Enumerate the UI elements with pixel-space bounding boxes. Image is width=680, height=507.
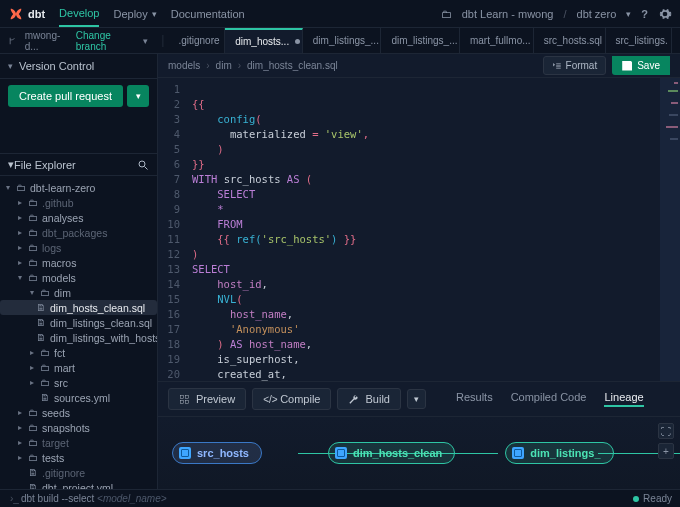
chevron-down-icon: ▾	[152, 9, 157, 19]
status-dot-icon	[633, 496, 639, 502]
tree-file[interactable]: 🗎dim_listings_clean.sql	[0, 315, 157, 330]
tree-folder[interactable]: ▸🗀macros	[0, 255, 157, 270]
change-branch-link[interactable]: Change branch	[76, 30, 135, 52]
pull-request-menu-button[interactable]: ▾	[127, 85, 149, 107]
grid-icon	[179, 394, 190, 405]
folder-icon: 🗀	[16, 182, 26, 193]
tab-results[interactable]: Results	[456, 391, 493, 407]
crumb[interactable]: dim_hosts_clean.sql	[247, 60, 338, 71]
sidebar: ▾ Version Control Create pull request ▾ …	[0, 54, 158, 489]
breadcrumb[interactable]: models› dim› dim_hosts_clean.sql	[168, 60, 338, 71]
git-branch-icon	[8, 36, 17, 46]
status-ready: Ready	[643, 493, 672, 504]
file-tab[interactable]: src_listings.	[606, 28, 672, 53]
help-icon[interactable]: ?	[641, 8, 648, 20]
tree-folder[interactable]: ▸🗀snapshots	[0, 420, 157, 435]
search-icon[interactable]	[137, 159, 149, 171]
tree-folder[interactable]: ▸🗀.github	[0, 195, 157, 210]
editor-column: models› dim› dim_hosts_clean.sql Format …	[158, 54, 680, 489]
nav-deploy[interactable]: Deploy▾	[113, 0, 156, 27]
svg-rect-5	[185, 400, 188, 403]
branch-tab-bar: mwong-d... Change branch ▾ │ .gitignore …	[0, 28, 680, 54]
svg-rect-2	[180, 395, 183, 398]
compile-button[interactable]: </>Compile	[252, 388, 331, 410]
minimap[interactable]	[660, 78, 680, 381]
tree-folder[interactable]: ▸🗀dbt_packages	[0, 225, 157, 240]
version-control-header[interactable]: ▾ Version Control	[0, 54, 157, 79]
build-menu-button[interactable]: ▾	[407, 389, 426, 409]
chevron-down-icon: ▾	[626, 9, 631, 19]
tab-compiled-code[interactable]: Compiled Code	[511, 391, 587, 407]
crumb[interactable]: models	[168, 60, 200, 71]
branch-selector[interactable]: mwong-d... Change branch ▾ │	[8, 30, 166, 52]
file-tab[interactable]: src_hosts.sql	[534, 28, 606, 53]
branch-name: mwong-d...	[25, 30, 68, 52]
nav-tabs: Develop Deploy▾ Documentation	[59, 0, 245, 27]
logo[interactable]: dbt	[8, 6, 45, 22]
code-editor[interactable]: 123456789101112131415161718192021222324 …	[158, 78, 680, 381]
tree-folder[interactable]: ▸🗀fct	[0, 345, 157, 360]
top-bar: dbt Develop Deploy▾ Documentation 🗀 dbt …	[0, 0, 680, 28]
file-explorer-header[interactable]: ▾ File Explorer	[0, 153, 157, 176]
build-button[interactable]: Build	[337, 388, 400, 410]
format-button[interactable]: Format	[543, 56, 607, 75]
bottom-tabs: Results Compiled Code Lineage	[456, 391, 644, 407]
preview-button[interactable]: Preview	[168, 388, 246, 410]
terminal-icon[interactable]: ›_	[10, 493, 19, 504]
command-input[interactable]: dbt build --select <model_name>	[21, 493, 167, 504]
line-gutter: 123456789101112131415161718192021222324	[158, 78, 186, 381]
tree-folder[interactable]: ▸🗀src	[0, 375, 157, 390]
tree-folder[interactable]: ▸🗀tests	[0, 450, 157, 465]
account-label[interactable]: dbt Learn - mwong	[462, 8, 554, 20]
tree-file[interactable]: 🗎dbt_project.yml	[0, 480, 157, 489]
tree-file-active[interactable]: 🗎dim_hosts_clean.sql⋯	[0, 300, 157, 315]
dirty-dot-icon	[295, 39, 300, 44]
project-label[interactable]: dbt zero	[577, 8, 617, 20]
tree-file[interactable]: 🗎sources.yml	[0, 390, 157, 405]
tree-file[interactable]: 🗎dim_listings_with_hosts...	[0, 330, 157, 345]
file-tree: ▾🗀dbt-learn-zero ▸🗀.github ▸🗀analyses ▸🗀…	[0, 176, 157, 489]
save-icon	[622, 61, 632, 71]
cube-icon	[179, 447, 191, 459]
zoom-in-button[interactable]: +	[658, 443, 674, 459]
svg-rect-4	[180, 400, 183, 403]
tree-folder[interactable]: ▸🗀logs	[0, 240, 157, 255]
format-icon	[552, 61, 562, 71]
nav-develop[interactable]: Develop	[59, 0, 99, 27]
tree-folder[interactable]: ▾🗀models	[0, 270, 157, 285]
chevron-down-icon: ▾	[136, 91, 141, 101]
svg-rect-3	[185, 395, 188, 398]
svg-line-1	[145, 166, 148, 169]
file-tab[interactable]: dim_listings_...	[381, 28, 460, 53]
lineage-controls: ⛶ +	[658, 423, 674, 459]
file-tab[interactable]: dim_hosts...	[225, 28, 303, 53]
dbt-logo-icon	[8, 6, 24, 22]
tree-folder[interactable]: ▸🗀seeds	[0, 405, 157, 420]
file-tab[interactable]: .gitignore	[168, 28, 225, 53]
crumb[interactable]: dim	[216, 60, 232, 71]
logo-text: dbt	[28, 8, 45, 20]
code-content[interactable]: {{ config( materialized = 'view', ) }} W…	[186, 78, 680, 381]
nav-documentation[interactable]: Documentation	[171, 0, 245, 27]
tree-file[interactable]: 🗎.gitignore	[0, 465, 157, 480]
tree-folder[interactable]: ▸🗀analyses	[0, 210, 157, 225]
chevron-down-icon: ▾	[8, 61, 13, 71]
gear-icon[interactable]	[658, 7, 672, 21]
cube-icon	[335, 447, 347, 459]
tree-folder[interactable]: ▾🗀dim	[0, 285, 157, 300]
tree-folder[interactable]: ▸🗀mart	[0, 360, 157, 375]
lineage-node-dim-hosts-clean[interactable]: dim_hosts_clean	[328, 442, 455, 464]
bottom-toolbar: Preview </>Compile Build ▾ Results Compi…	[158, 382, 680, 417]
fullscreen-button[interactable]: ⛶	[658, 423, 674, 439]
save-button[interactable]: Save	[612, 56, 670, 75]
lineage-graph[interactable]: src_hosts dim_hosts_clean dim_listings_ …	[158, 417, 680, 489]
file-icon: 🗎	[36, 302, 46, 313]
file-tab[interactable]: mart_fullmo...	[460, 28, 534, 53]
tree-root[interactable]: ▾🗀dbt-learn-zero	[0, 180, 157, 195]
tree-folder[interactable]: ▸🗀target	[0, 435, 157, 450]
lineage-node-src-hosts[interactable]: src_hosts	[172, 442, 262, 464]
file-tab[interactable]: dim_listings_...	[303, 28, 382, 53]
lineage-node-dim-listings[interactable]: dim_listings_	[505, 442, 613, 464]
tab-lineage[interactable]: Lineage	[604, 391, 643, 407]
create-pull-request-button[interactable]: Create pull request	[8, 85, 123, 107]
